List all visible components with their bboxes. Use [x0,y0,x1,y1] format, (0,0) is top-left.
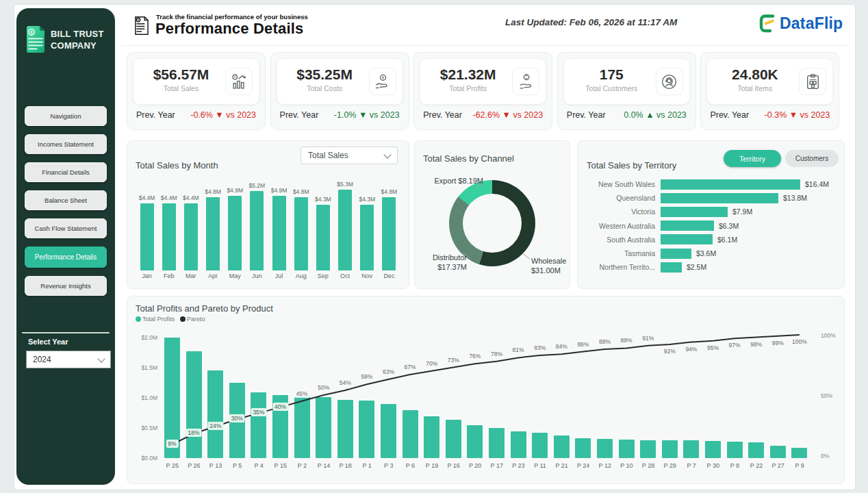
pareto-x-label: P 17 [486,462,508,469]
month-bar[interactable] [250,191,264,270]
pareto-x-label: P 19 [421,462,443,469]
sidebar-item-revenue-insights[interactable]: Revenue Insights [25,276,107,296]
kpi-prev-label: Prev. Year [423,110,462,120]
territory-value-label: $6.1M [717,236,737,244]
month-bar[interactable] [316,205,330,270]
pareto-x-label: P 4 [248,462,270,469]
territory-bar[interactable] [661,262,682,273]
bar-value-label: $4.4M [139,194,155,201]
pareto-bar-p-18[interactable] [337,400,353,458]
pareto-x-label: P 3 [378,462,400,469]
month-axis-label: Sep [318,271,329,281]
pareto-pct-label: 99% [770,339,786,347]
month-bar[interactable] [360,205,374,270]
territory-row-tasmania: Tasmania$3.6M [587,246,837,260]
year-dropdown[interactable]: 2024 [26,351,111,368]
sidebar-item-performance-details[interactable]: Performance Details [25,246,107,268]
donut-label-distributor: Distributor$17.37M [419,253,467,272]
pareto-bar-p-8[interactable] [727,442,743,458]
month-bar[interactable] [294,197,308,270]
pareto-bar-p-10[interactable] [619,440,635,458]
pareto-bar-p-24[interactable] [575,438,591,458]
pareto-bar-p-3[interactable] [381,404,396,458]
sidebar-item-cash-flow-statement[interactable]: Cash Flow Statement [25,218,107,238]
territory-bar[interactable] [661,179,800,190]
pareto-bar-p-17[interactable] [489,428,505,458]
pareto-bar-p-29[interactable] [662,440,678,458]
month-axis-label: Feb [164,271,175,281]
measure-dropdown[interactable]: Total Sales [301,147,398,164]
pareto-x-label: P 25 [162,462,183,469]
sidebar: $ BILL TRUST COMPANY NavigationIncomes S… [16,8,115,485]
month-bar[interactable] [140,203,154,270]
territory-bar[interactable] [661,220,714,231]
month-bar[interactable] [206,197,220,270]
pareto-bar-p-12[interactable] [597,439,613,458]
toggle-territory[interactable]: Territory [724,150,781,167]
pareto-bar-p-19[interactable] [424,416,439,458]
pareto-bar-p-11[interactable] [532,433,548,458]
svg-text:$: $ [30,29,34,36]
pareto-pct-label: 9% [166,440,178,448]
dataflip-logo-icon [756,12,778,34]
company-logo: $ BILL TRUST COMPANY [25,25,104,55]
pareto-bar-p-28[interactable] [640,440,656,458]
pareto-bar-p-22[interactable] [748,442,764,458]
territory-bar[interactable] [661,234,713,244]
company-name-line1: BILL TRUST [51,28,104,40]
pareto-bar-p-9[interactable] [791,448,807,458]
bar-value-label: $4.3M [359,196,375,203]
pareto-bar-p-20[interactable] [467,425,483,458]
panel-total-sales-by-channel: Total Sales by Channel Wholesale$31.00MD… [414,140,570,289]
territory-bar[interactable] [661,193,778,203]
pareto-bar-p-21[interactable] [554,435,570,458]
sidebar-item-financial-details[interactable]: Financial Details [25,162,107,182]
territory-label: New South Wales [587,180,661,188]
sidebar-item-navigation[interactable]: Navigation [25,106,107,126]
toggle-customers[interactable]: Customers [785,150,839,167]
pareto-bar-p-14[interactable] [316,397,331,458]
sidebar-item-balance-sheet[interactable]: Balance Sheet [25,190,107,210]
month-bar[interactable] [338,190,352,270]
territory-bar[interactable] [661,207,728,217]
pareto-x-label: P 16 [443,462,465,469]
pareto-bar-p-1[interactable] [359,401,374,458]
pareto-x-label: P 20 [464,462,486,469]
kpi-card-inner: $21.32MTotal Profits [420,58,546,105]
pareto-bar-p-23[interactable] [511,431,526,458]
items-clipboard-icon [799,68,826,95]
kpi-card-inner: $56.57MTotal Sales [133,58,259,105]
pareto-pct-label: 91% [640,334,656,342]
pareto-pct-label: 24% [207,422,223,430]
pareto-bar-p-4[interactable] [251,392,266,458]
month-bar[interactable] [162,203,176,270]
territory-bar[interactable] [661,249,691,259]
month-bar[interactable] [228,196,242,270]
pareto-bar-p-13[interactable] [207,370,223,458]
kpi-prev-year-row: Prev. Year-0.6% ▼ vs 2023 [136,110,256,120]
month-column-mar: $4.4MMar [181,172,201,281]
pareto-bar-p-16[interactable] [446,420,461,458]
pareto-bar-p-26[interactable] [186,351,202,458]
pareto-x-label: P 13 [205,462,227,469]
month-bar[interactable] [382,197,396,270]
pareto-x-label: P 6 [400,462,422,469]
pareto-bar-p-27[interactable] [770,446,786,458]
pareto-bar-p-30[interactable] [705,441,721,458]
last-updated-text: Last Updated: Feb 06, 2026 at 11:17 AM [505,17,677,27]
bar-value-label: $4.9M [271,187,288,194]
pareto-x-label: P 11 [529,462,551,469]
sidebar-item-incomes-statement[interactable]: Incomes Statement [25,134,107,154]
kpi-card-total-profits: $21.32MTotal ProfitsPrev. Year-62.6% ▼ v… [413,52,552,130]
chevron-down-icon [97,355,105,362]
pareto-x-label: P 30 [702,462,724,469]
pareto-pct-label: 86% [575,340,591,349]
month-bar[interactable] [184,203,198,270]
territory-label: Tasmania [587,249,661,257]
bar-value-label: $4.8M [293,188,309,195]
month-bar[interactable] [272,196,286,270]
coin-hand-icon [369,68,396,95]
pareto-bar-p-2[interactable] [294,396,310,458]
pareto-bar-p-6[interactable] [403,410,418,458]
pareto-bar-p-7[interactable] [683,440,699,458]
